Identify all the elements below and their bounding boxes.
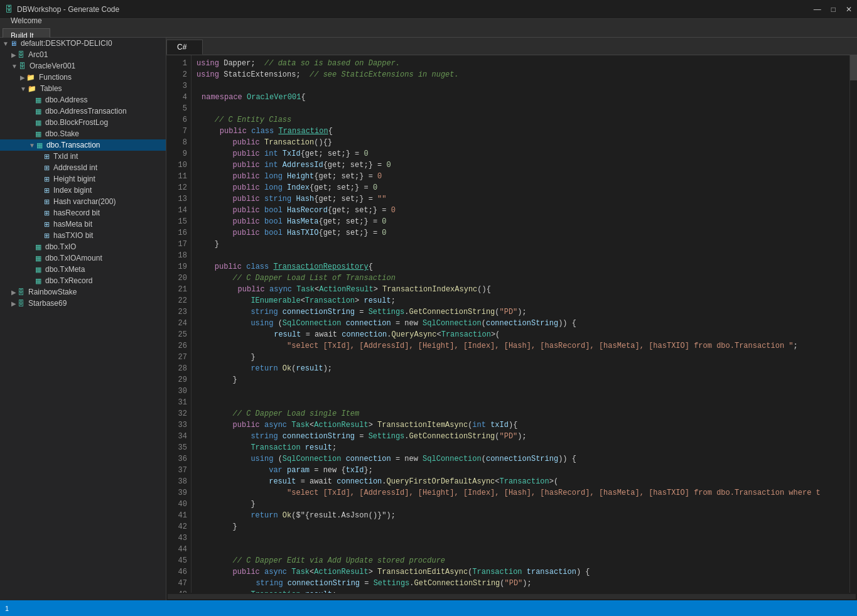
- line-number: 15: [166, 216, 187, 227]
- code-content[interactable]: using Dapper; // data so is based on Dap…: [191, 55, 849, 593]
- maximize-button[interactable]: □: [831, 5, 836, 14]
- tree-label: dbo.Address: [45, 95, 87, 104]
- expand-icon: ▼: [11, 63, 18, 70]
- line-number: 21: [166, 284, 187, 295]
- line-number: 35: [166, 442, 187, 453]
- line-number: 42: [166, 521, 187, 532]
- tree-item-hash[interactable]: ⊞Hash varchar(200): [0, 196, 166, 207]
- line-number: 33: [166, 419, 187, 431]
- code-line: }: [197, 521, 849, 532]
- tree-item-hasrecord[interactable]: ⊞hasRecord bit: [0, 207, 166, 219]
- tree-item-server1[interactable]: ▼ 🖥default:DESKTOP-DELICI0: [0, 38, 166, 49]
- tree-label: Arc01: [28, 50, 48, 59]
- minimize-button[interactable]: —: [814, 5, 821, 14]
- tree-item-txid[interactable]: ⊞TxId int: [0, 151, 166, 162]
- tree-item-oraclever001[interactable]: ▼ 🗄OracleVer001: [0, 60, 166, 72]
- tree-item-rainbowstake[interactable]: ▶ 🗄RainbowStake: [0, 286, 166, 298]
- line-number: 18: [166, 250, 187, 261]
- line-number: 44: [166, 544, 187, 555]
- tree-label: dbo.TxIOAmount: [45, 254, 102, 262]
- tree-item-hastxio[interactable]: ⊞hasTXIO bit: [0, 230, 166, 241]
- code-line: public int AddressId{get; set;} = 0: [197, 159, 849, 171]
- tree-item-arc01[interactable]: ▶ 🗄Arc01: [0, 49, 166, 60]
- scrollbar-thumb[interactable]: [850, 55, 857, 80]
- menu-tab-welcome[interactable]: Welcome: [3, 13, 50, 28]
- tree-item-txmeta[interactable]: ▦dbo.TxMeta: [0, 264, 166, 275]
- code-line: [197, 397, 849, 408]
- line-number: 11: [166, 171, 187, 182]
- horizontal-scrollbar[interactable]: [166, 593, 857, 600]
- tree-item-height[interactable]: ⊞Height bigint: [0, 173, 166, 185]
- tree-item-starbase69[interactable]: ▶ 🗄Starbase69: [0, 298, 166, 309]
- expand-icon: ▶: [11, 289, 16, 296]
- line-number: 27: [166, 352, 187, 363]
- line-number: 17: [166, 239, 187, 250]
- tree-item-address[interactable]: ▦dbo.Address: [0, 94, 166, 105]
- line-number: 6: [166, 114, 187, 126]
- tree-item-hasmeta[interactable]: ⊞hasMeta bit: [0, 219, 166, 230]
- tree-item-txrecord[interactable]: ▦dbo.TxRecord: [0, 275, 166, 286]
- tree-item-addressid[interactable]: ⊞AddressId int: [0, 162, 166, 173]
- line-number: 5: [166, 103, 187, 114]
- tree-item-tables[interactable]: ▼ 📁Tables: [0, 83, 166, 94]
- line-number: 16: [166, 227, 187, 239]
- tree-label: hasRecord bit: [53, 208, 100, 217]
- code-line: string connectionString = Settings.GetCo…: [197, 306, 849, 318]
- code-line: return Ok(result);: [197, 363, 849, 374]
- tree-item-blockfrostlog[interactable]: ▦dbo.BlockFrostLog: [0, 117, 166, 128]
- tree-item-functions[interactable]: ▶ 📁Functions: [0, 72, 166, 83]
- code-line: string connectionString = Settings.GetCo…: [197, 431, 849, 442]
- tree-label: hasMeta bit: [53, 220, 92, 229]
- menubar: WelcomeBuild It: [0, 19, 857, 38]
- code-line: public long Height{get; set;} = 0: [197, 171, 849, 182]
- line-number: 1: [166, 58, 187, 69]
- field-icon: ⊞: [44, 209, 50, 217]
- vertical-scrollbar[interactable]: [849, 55, 857, 593]
- tree-label: Hash varchar(200): [53, 197, 116, 206]
- code-line: [197, 80, 849, 92]
- field-icon: ⊞: [44, 198, 50, 206]
- tree-item-txio[interactable]: ▦dbo.TxIO: [0, 241, 166, 252]
- code-line: string connectionString = Settings.GetCo…: [197, 578, 849, 589]
- table-icon: ▦: [35, 277, 41, 285]
- code-line: using (SqlConnection connection = new Sq…: [197, 318, 849, 329]
- close-button[interactable]: ✕: [846, 5, 852, 14]
- tree-label: hasTXIO bit: [53, 231, 93, 240]
- table-icon: ▦: [35, 96, 41, 104]
- line-number: 19: [166, 261, 187, 273]
- line-number: 43: [166, 532, 187, 544]
- code-line: public long Index{get; set;} = 0: [197, 182, 849, 193]
- folder-icon: 📁: [26, 73, 35, 82]
- code-line: }: [197, 374, 849, 386]
- tree-label: OracleVer001: [30, 62, 75, 70]
- h-scrollbar-track[interactable]: [168, 594, 856, 599]
- tree-item-stake[interactable]: ▦dbo.Stake: [0, 128, 166, 139]
- line-number: 46: [166, 566, 187, 578]
- tree-item-addresstrans[interactable]: ▦dbo.AddressTransaction: [0, 105, 166, 117]
- tree-item-transaction[interactable]: ▼ ▦dbo.Transaction: [0, 139, 166, 151]
- code-line: // C Entity Class: [197, 114, 849, 126]
- code-line: [197, 532, 849, 544]
- titlebar: 🗄 DBWorkshop - Generate Code — □ ✕: [0, 0, 857, 19]
- line-number: 24: [166, 318, 187, 329]
- editor-tab-c#[interactable]: C#: [166, 40, 203, 55]
- line-number: 37: [166, 465, 187, 476]
- line-number: 2: [166, 69, 187, 80]
- code-line: [197, 386, 849, 397]
- tree-label: dbo.BlockFrostLog: [45, 118, 108, 127]
- line-number: 41: [166, 510, 187, 521]
- db-icon: 🗄: [18, 51, 24, 58]
- line-number: 4: [166, 92, 187, 103]
- tree-item-txioamount[interactable]: ▦dbo.TxIOAmount: [0, 252, 166, 264]
- editor-tabs: SQLC#: [166, 38, 857, 55]
- expand-icon: ▼: [29, 142, 35, 149]
- code-line: public bool HasMeta{get; set;} = 0: [197, 216, 849, 227]
- tree-item-index[interactable]: ⊞Index bigint: [0, 185, 166, 196]
- db-icon: 🗄: [18, 288, 24, 296]
- code-line: namespace OracleVer001{: [197, 92, 849, 103]
- code-line: result = await connection.QueryFirstOrDe…: [197, 476, 849, 487]
- code-line: }: [197, 239, 849, 250]
- field-icon: ⊞: [44, 220, 50, 229]
- status-text: 1: [5, 605, 9, 612]
- line-number: 39: [166, 487, 187, 499]
